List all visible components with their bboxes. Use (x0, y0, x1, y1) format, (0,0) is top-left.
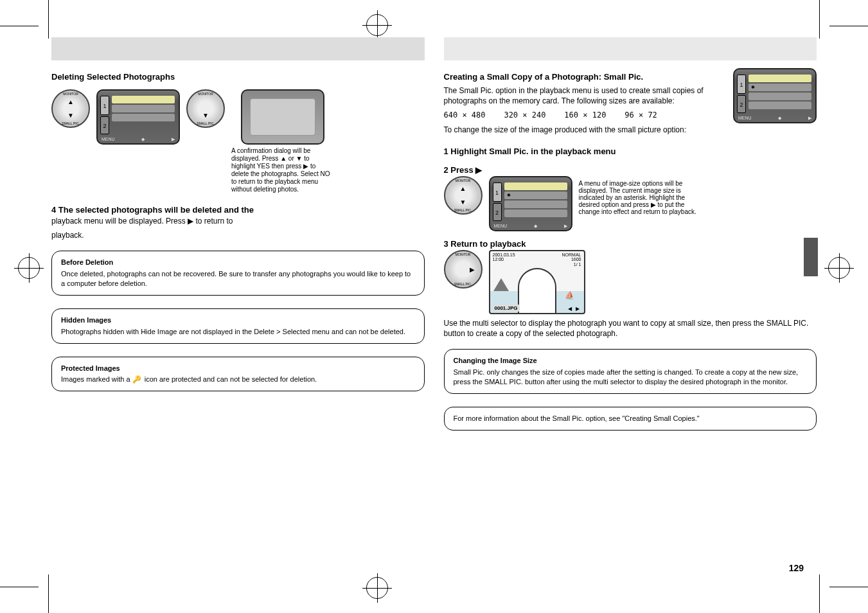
hidden-images-text: Photographs hidden with Hide Image are n… (61, 327, 415, 337)
protected-images-box: Protected Images Images marked with a ic… (51, 357, 425, 392)
right-page-column: Creating a Small Copy of a Photograph: S… (444, 37, 817, 576)
lcd-confirm-screen (241, 89, 324, 145)
deleting-selected-heading: Deleting Selected Photographs (51, 72, 425, 82)
hidden-images-title: Hidden Images (61, 315, 415, 325)
small-pic-top-lcd: 1 2 ✱ MENU ◆▶ (733, 68, 817, 139)
multi-selector-dial-icon: MONITOR SMALL PIC. ▶ (444, 250, 483, 289)
hidden-images-box: Hidden Images Photographs hidden with Hi… (51, 308, 425, 344)
before-deletion-title: Before Deletion (61, 258, 415, 267)
small-pic-intro: The Small Pic. option in the playback me… (444, 85, 721, 106)
step4-body-line-3: playback. (51, 230, 425, 240)
small-pic-heading: Creating a Small Copy of a Photograph: S… (444, 72, 721, 82)
right-step2-caption: A menu of image-size options will be dis… (579, 180, 707, 215)
step4-heading-line: 4 The selected photographs will be delet… (51, 205, 425, 215)
lcd-size-options-menu: 1 2 ✱ MENU◆▶ (489, 176, 572, 231)
changing-image-size-title: Changing the Image Size (454, 356, 808, 366)
changing-image-size-text: Small Pic. only changes the size of copi… (454, 368, 808, 387)
multi-selector-dial-icon: MONITOR SMALL PIC. ▼ (186, 89, 225, 128)
page-number: 129 (789, 563, 804, 573)
step4-illustration-row: MONITOR SMALL PIC. ▲ ▼ 1 2 MENU ◆ ▶ (51, 89, 425, 193)
left-page-column: Deleting Selected Photographs MONITOR SM… (51, 37, 425, 576)
photo-date-time: 2001.03.15 12:00 (493, 253, 515, 262)
mountain-icon (493, 278, 509, 291)
lcd-menu-illustration-1: 1 2 MENU ◆ ▶ (96, 89, 180, 145)
crop-mark (0, 26, 39, 26)
right-step1-title: 1 Highlight Small Pic. in the playback m… (444, 147, 817, 156)
protected-images-text-part2: icon are protected and can not be select… (145, 375, 317, 383)
multi-selector-dial-icon: MONITOR SMALL PIC. ▲ ▼ (51, 89, 90, 128)
lcd-playback-menu: 1 2 MENU ◆ ▶ (96, 89, 180, 145)
photo-mode-info: NORMAL 1600 1/ 1 (562, 253, 581, 267)
protected-images-title: Protected Images (61, 364, 415, 373)
lcd-preview-illustration: A confirmation dialog will be displayed.… (231, 89, 334, 193)
right-step2-illustration-row: MONITOR SMALL PIC. ▲ ▼ 1 2 ✱ MENU◆▶ A me… (444, 176, 817, 231)
multi-selector-dial-icon: MONITOR SMALL PIC. ▲ ▼ (444, 176, 483, 215)
small-pic-sizes-row: 640 × 480 320 × 240 160 × 120 96 × 72 (444, 110, 721, 120)
crop-mark (0, 587, 39, 587)
protected-images-text-part1: Images marked with a (61, 375, 132, 383)
right-header-bar (444, 37, 817, 60)
protected-images-text: Images marked with a icon are protected … (61, 375, 415, 384)
playback-photo-preview: 2001.03.15 12:00 NORMAL 1600 1/ 1 ⛵ 0001… (489, 250, 585, 314)
dial-illustration-1: MONITOR SMALL PIC. ▲ ▼ (51, 89, 90, 128)
manual-spread: Deleting Selected Photographs MONITOR SM… (13, 31, 855, 582)
more-info-box: For more information about the Small Pic… (444, 407, 817, 431)
left-header-bar (51, 37, 425, 60)
step4-body-line-2: playback menu will be displayed. Press ▶… (51, 216, 425, 226)
crop-mark (829, 587, 868, 587)
right-step2-title: 2 Press ▶ (444, 165, 817, 175)
key-icon (132, 375, 143, 383)
person-figure-icon (518, 268, 556, 313)
small-pic-intro-2: To change the size of the image produced… (444, 125, 721, 135)
before-deletion-box: Before Deletion Once deleted, photograph… (51, 251, 425, 296)
crop-mark (829, 26, 868, 26)
right-step3-illustration-row: MONITOR SMALL PIC. ▶ 2001.03.15 12:00 NO… (444, 250, 817, 314)
lcd-smallpic-menu: 1 2 ✱ MENU ◆▶ (733, 68, 817, 123)
photo-filename-stamp: 0001.JPG (493, 305, 520, 312)
changing-image-size-box: Changing the Image Size Small Pic. only … (444, 349, 817, 394)
dial-illustration-2: MONITOR SMALL PIC. ▼ (186, 89, 225, 128)
sailboat-icon: ⛵ (565, 291, 574, 300)
before-deletion-text: Once deleted, photographs can not be rec… (61, 269, 415, 289)
more-info-text: For more information about the Small Pic… (454, 414, 808, 423)
confirm-dialog-caption: A confirmation dialog will be displayed.… (231, 147, 334, 193)
right-step3-tail-text: Use the multi selector to display the ph… (444, 318, 817, 339)
right-step3-title: 3 Return to playback (444, 239, 817, 249)
photo-nav-arrows: ◀ ▶ (568, 306, 581, 312)
